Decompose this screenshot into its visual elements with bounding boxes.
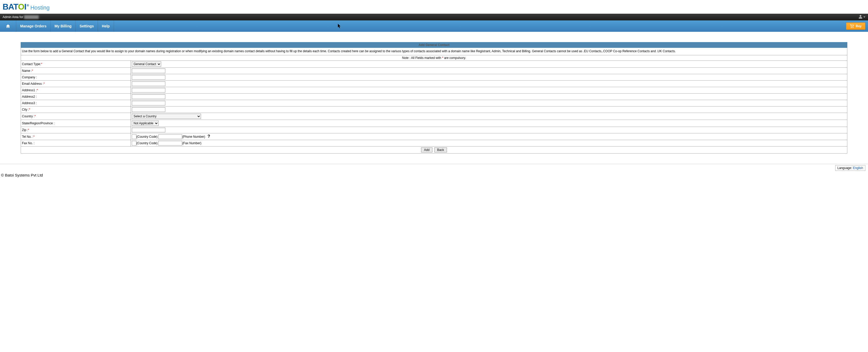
- back-button[interactable]: Back: [434, 147, 447, 152]
- tel-help-icon[interactable]: ?: [208, 134, 210, 139]
- main-nav: Manage Orders My Billing Settings Help B…: [0, 21, 868, 32]
- brand-logo: BATOI® Hosting: [3, 2, 50, 11]
- label-email: Email Address :*: [21, 81, 131, 87]
- fax-number-input[interactable]: [158, 141, 182, 146]
- label-zip: Zip :*: [21, 127, 131, 134]
- add-button[interactable]: Add: [421, 147, 432, 152]
- cart-icon: [850, 24, 854, 28]
- admin-area-label: Admin Area for: [3, 15, 23, 19]
- logo-bar: BATOI® Hosting: [0, 0, 868, 14]
- label-address2: Address2 :: [21, 93, 131, 100]
- label-contact-type: Contact Type:*: [21, 61, 131, 68]
- nav-settings[interactable]: Settings: [76, 21, 98, 32]
- contact-form-table: Add General Contact Use the form below t…: [21, 42, 847, 153]
- zip-input[interactable]: [132, 128, 165, 132]
- label-fax: Fax No. :: [21, 140, 131, 147]
- buy-button[interactable]: Buy: [846, 23, 865, 30]
- name-input[interactable]: [132, 68, 165, 73]
- language-selector[interactable]: Language: English: [835, 165, 865, 171]
- tel-country-code-input[interactable]: [132, 135, 136, 139]
- email-input[interactable]: [132, 81, 165, 86]
- address1-input[interactable]: [132, 88, 165, 92]
- language-value: English: [853, 166, 863, 170]
- label-name: Name :*: [21, 68, 131, 74]
- state-select[interactable]: Not Applicable: [132, 121, 159, 126]
- label-address1: Address1 :*: [21, 87, 131, 93]
- content-area: Add General Contact Use the form below t…: [0, 32, 868, 156]
- footer-bar: Language: English: [0, 164, 868, 172]
- user-icon: [859, 15, 863, 20]
- admin-bar: Admin Area for: [0, 14, 868, 21]
- label-state: State/Region/Province :: [21, 120, 131, 127]
- label-country: Country :*: [21, 113, 131, 120]
- fax-country-code-input[interactable]: [132, 141, 136, 146]
- label-city: City :*: [21, 107, 131, 113]
- label-tel: Tel No. :*: [21, 134, 131, 140]
- brand-subtitle: Hosting: [30, 4, 50, 11]
- country-select[interactable]: Select a Country: [132, 114, 201, 119]
- city-input[interactable]: [132, 107, 165, 112]
- form-description: Use the form below to add a General Cont…: [21, 48, 847, 55]
- home-icon: [6, 24, 10, 28]
- admin-user-name: [24, 15, 39, 19]
- form-note: Note : All Fields marked with * are comp…: [21, 55, 847, 61]
- label-company: Company :: [21, 74, 131, 81]
- nav-help[interactable]: Help: [98, 21, 114, 32]
- chevron-down-icon: [863, 17, 865, 18]
- contact-type-select[interactable]: General Contact: [132, 61, 161, 67]
- company-input[interactable]: [132, 75, 165, 80]
- nav-my-billing[interactable]: My Billing: [51, 21, 76, 32]
- form-title: Add General Contact: [21, 42, 847, 48]
- tel-number-input[interactable]: [158, 135, 182, 139]
- nav-home[interactable]: [0, 21, 16, 32]
- copyright: © Batoi Systems Pvt Ltd: [0, 172, 868, 178]
- label-address3: Address3 :: [21, 100, 131, 107]
- address3-input[interactable]: [132, 101, 165, 106]
- user-menu[interactable]: [859, 15, 865, 20]
- nav-manage-orders[interactable]: Manage Orders: [16, 21, 51, 32]
- address2-input[interactable]: [132, 94, 165, 99]
